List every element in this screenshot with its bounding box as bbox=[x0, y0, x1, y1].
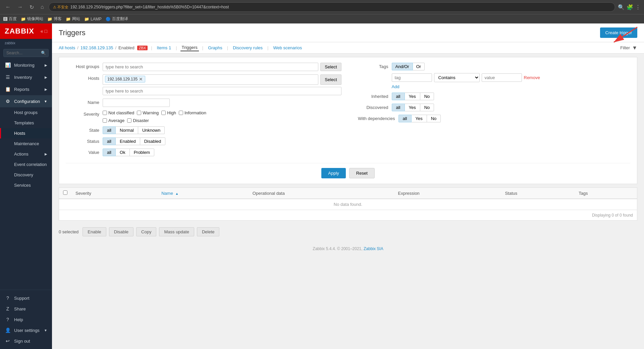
apply-btn[interactable]: Apply bbox=[321, 168, 346, 178]
delete-button[interactable]: Delete bbox=[197, 227, 220, 236]
status-enabled-btn[interactable]: Enabled bbox=[115, 137, 140, 145]
name-input[interactable] bbox=[103, 99, 170, 107]
home-btn[interactable]: ⌂ bbox=[39, 3, 46, 11]
select-all-checkbox[interactable] bbox=[63, 190, 67, 195]
sidebar-item-host-groups[interactable]: Host groups bbox=[0, 107, 52, 118]
severity-not-classified-checkbox[interactable] bbox=[103, 111, 107, 115]
expand-icon[interactable]: □ bbox=[45, 28, 47, 34]
severity-high[interactable]: High bbox=[161, 110, 176, 115]
sidebar-item-services[interactable]: Services bbox=[0, 180, 52, 190]
tag-name-input[interactable] bbox=[392, 73, 432, 82]
bookmark-translate[interactable]: 🔵 百度翻译 bbox=[106, 16, 128, 22]
value-ok-btn[interactable]: Ok bbox=[115, 149, 130, 156]
collapse-icon[interactable]: « bbox=[41, 28, 43, 34]
hosts-search-input[interactable] bbox=[103, 87, 341, 95]
reload-btn[interactable]: ↻ bbox=[28, 3, 36, 12]
back-btn[interactable]: ← bbox=[3, 3, 13, 11]
col-name[interactable]: Name ▲ bbox=[157, 188, 249, 199]
status-disabled-btn[interactable]: Disabled bbox=[140, 137, 166, 145]
sidebar-sub-label: Hosts bbox=[14, 131, 25, 136]
sidebar-item-templates[interactable]: Templates bbox=[0, 118, 52, 128]
severity-warning[interactable]: Warning bbox=[137, 110, 159, 115]
discovered-all-btn[interactable]: all bbox=[392, 104, 405, 111]
create-trigger-button[interactable]: Create trigger bbox=[600, 27, 637, 38]
with-dependencies-yes-btn[interactable]: Yes bbox=[411, 115, 427, 122]
host-groups-input[interactable] bbox=[103, 63, 318, 71]
sidebar-item-reports[interactable]: 📋 Reports ▶ bbox=[0, 83, 52, 95]
state-normal-btn[interactable]: Normal bbox=[115, 126, 138, 134]
bookmark-lamp[interactable]: 📁 LAMP bbox=[84, 17, 102, 21]
forward-btn[interactable]: → bbox=[15, 3, 25, 11]
tab-graphs[interactable]: Graphs bbox=[207, 45, 224, 51]
inherited-no-btn[interactable]: No bbox=[420, 93, 434, 100]
severity-average[interactable]: Average bbox=[103, 118, 124, 123]
sidebar-item-hosts[interactable]: Hosts bbox=[0, 128, 52, 138]
severity-disaster[interactable]: Disaster bbox=[127, 118, 149, 123]
host-groups-select-btn[interactable]: Select bbox=[320, 63, 341, 71]
severity-information[interactable]: Information bbox=[179, 110, 206, 115]
sidebar-item-user-settings[interactable]: 👤 User settings ▼ bbox=[0, 325, 52, 336]
filter-toggle-btn[interactable]: ▼ bbox=[632, 45, 637, 51]
filter-discovered: Discovered all Yes No bbox=[355, 104, 631, 111]
severity-high-checkbox[interactable] bbox=[161, 111, 166, 115]
bookmark-mirror[interactable]: 📁 镜像网站 bbox=[21, 16, 43, 22]
sidebar-item-maintenance[interactable]: Maintenance bbox=[0, 138, 52, 149]
severity-disaster-checkbox[interactable] bbox=[127, 118, 131, 123]
arrow-icon: ▶ bbox=[45, 152, 47, 156]
tab-items[interactable]: Items 1 bbox=[156, 45, 173, 51]
mass-update-button[interactable]: Mass update bbox=[159, 227, 194, 236]
tab-discovery-rules[interactable]: Discovery rules bbox=[231, 45, 264, 51]
sidebar-item-monitoring[interactable]: 📊 Monitoring ▶ bbox=[0, 59, 52, 71]
value-all-btn[interactable]: all bbox=[103, 149, 116, 156]
sidebar-item-configuration[interactable]: ⚙ Configuration ▼ bbox=[0, 95, 52, 107]
host-tag: 192.168.129.135 ✕ bbox=[105, 76, 145, 82]
inherited-all-btn[interactable]: all bbox=[392, 93, 405, 100]
menu-icon[interactable]: ⋮ bbox=[635, 4, 641, 10]
sidebar-item-event-correlation[interactable]: Event correlation bbox=[0, 159, 52, 170]
sidebar-item-help[interactable]: ? Help bbox=[0, 314, 52, 325]
discovered-no-btn[interactable]: No bbox=[420, 104, 434, 111]
bookmark-blog[interactable]: 📁 博客 bbox=[47, 16, 62, 22]
extensions-icon[interactable]: 🧩 bbox=[627, 4, 633, 10]
tag-add-link[interactable]: Add bbox=[392, 84, 399, 89]
disable-button[interactable]: Disable bbox=[109, 227, 133, 236]
logo-icons: « □ bbox=[41, 28, 47, 34]
copy-button[interactable]: Copy bbox=[136, 227, 156, 236]
discovered-yes-btn[interactable]: Yes bbox=[405, 104, 420, 111]
with-dependencies-no-btn[interactable]: No bbox=[427, 115, 441, 122]
state-all-btn[interactable]: all bbox=[103, 126, 116, 134]
sidebar-item-discovery[interactable]: Discovery bbox=[0, 170, 52, 180]
tag-condition-select[interactable]: Contains Equals Does not contain bbox=[434, 73, 480, 82]
tab-web-scenarios[interactable]: Web scenarios bbox=[272, 45, 303, 51]
status-all-btn[interactable]: all bbox=[103, 137, 116, 145]
severity-average-checkbox[interactable] bbox=[103, 118, 107, 123]
tag-value-input[interactable] bbox=[482, 73, 522, 82]
sidebar-item-share[interactable]: Z Share bbox=[0, 303, 52, 314]
tag-remove-link[interactable]: Remove bbox=[524, 75, 540, 80]
tags-or-btn[interactable]: Or bbox=[413, 63, 425, 70]
all-hosts-link[interactable]: All hosts bbox=[59, 45, 75, 50]
sidebar-item-actions[interactable]: Actions ▶ bbox=[0, 149, 52, 159]
host-tag-remove[interactable]: ✕ bbox=[139, 77, 143, 81]
severity-information-checkbox[interactable] bbox=[179, 111, 183, 115]
bookmark-baidu[interactable]: 🅱 百度 bbox=[3, 16, 17, 22]
reset-btn[interactable]: Reset bbox=[349, 168, 375, 178]
hosts-select-btn[interactable]: Select bbox=[320, 74, 341, 85]
severity-not-classified[interactable]: Not classified bbox=[103, 110, 134, 115]
inherited-yes-btn[interactable]: Yes bbox=[405, 93, 420, 100]
url-bar[interactable]: ⚠ 不安全 192.168.129.250/triggers.php?filte… bbox=[49, 2, 615, 12]
severity-warning-checkbox[interactable] bbox=[137, 111, 141, 115]
footer-link[interactable]: Zabbix SIA bbox=[364, 246, 383, 251]
with-dependencies-all-btn[interactable]: all bbox=[398, 115, 412, 122]
host-link[interactable]: 192.168.129.135 bbox=[80, 45, 113, 50]
state-unknown-btn[interactable]: Unknown bbox=[138, 126, 165, 134]
bookmark-website[interactable]: 📁 网站 bbox=[66, 16, 80, 22]
search-icon[interactable]: 🔍 bbox=[618, 4, 625, 10]
value-problem-btn[interactable]: Problem bbox=[129, 149, 154, 156]
sidebar-item-inventory[interactable]: ☰ Inventory ▶ bbox=[0, 71, 52, 83]
tab-triggers[interactable]: Triggers bbox=[180, 44, 199, 51]
sidebar-item-support[interactable]: ? Support bbox=[0, 293, 52, 303]
enable-button[interactable]: Enable bbox=[83, 227, 106, 236]
tags-and-or-btn[interactable]: And/Or bbox=[392, 63, 413, 70]
sidebar-item-sign-out[interactable]: ↩ Sign out bbox=[0, 336, 52, 346]
